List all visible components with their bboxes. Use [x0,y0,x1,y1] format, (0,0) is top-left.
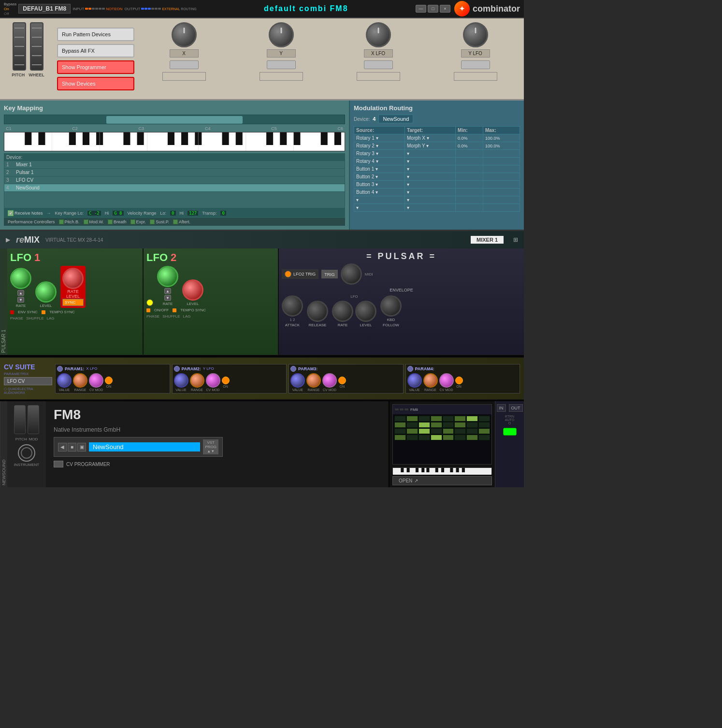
mod-source-7[interactable]: Button 3 ▾ [354,181,405,189]
lfo1-level-knob-ctrl[interactable] [35,281,57,303]
pulsar-kbd-ctrl[interactable] [380,295,402,317]
text-field-3[interactable] [357,72,400,81]
text-field-2[interactable] [260,72,303,81]
cv-p4-range-ctrl[interactable] [423,373,438,388]
mod-wheel[interactable] [30,22,43,71]
collapse-arrow-icon[interactable]: ▶ [6,236,10,243]
text-field-1[interactable] [162,72,206,81]
receive-notes-check[interactable]: ✓ [8,210,14,216]
cv-p2-on-ctrl[interactable] [222,377,230,384]
fm8-nav-save-btn[interactable]: ▣ [77,443,86,451]
cv-p3-value-ctrl[interactable] [290,373,305,388]
mod-target-8[interactable]: ▾ [405,189,456,196]
mod-source-6[interactable]: Button 2 ▾ [354,173,405,181]
lfo1-rate-red-knob[interactable] [62,268,84,289]
mod-target-9[interactable]: ▾ [405,196,456,204]
mod-target-1[interactable]: Morph X ▾ [405,134,456,142]
trig-btn[interactable]: TRIG [321,270,338,278]
mixer-expand-icon[interactable]: ⊞ [513,236,518,243]
off-label[interactable]: Off [4,12,16,16]
device-list-item-3[interactable]: 3 LFO CV [4,176,345,184]
lfo1-up-btn[interactable]: ▲ [17,290,24,296]
mod-target-10[interactable]: ▾ [405,204,456,212]
cv-p3-on-ctrl[interactable] [338,377,346,384]
fm8-vst-badge[interactable]: VST PROG ▲▼ [203,439,218,454]
fm8-pitch-wheel[interactable] [14,405,26,434]
piano-keys[interactable] [4,132,345,151]
small-btn-2[interactable] [267,60,296,69]
cv-p3-cvmod-ctrl[interactable] [322,373,337,388]
perf-mod-cb[interactable]: Mod.W. [84,219,104,224]
mod-source-1[interactable]: Rotary 1 ▾ [354,134,405,142]
bypass-fx-button[interactable]: Bypass All FX [57,44,134,58]
knob-ylfo-control[interactable] [463,22,488,47]
cv-p2-cvmod-ctrl[interactable] [206,373,220,388]
cv-p4-value-ctrl[interactable] [407,373,422,388]
lfo2-level-knob-ctrl[interactable] [182,279,203,301]
small-btn-1[interactable] [170,60,199,69]
on-label[interactable]: On [4,7,16,11]
perf-aftert-check[interactable] [173,219,178,224]
pulsar-release-ctrl[interactable] [307,301,328,322]
mod-target-5[interactable]: ▾ [405,165,456,173]
knob-x-control[interactable] [172,22,197,47]
lfo2-down-btn[interactable]: ▼ [164,295,171,301]
run-pattern-button[interactable]: Run Pattern Devices [57,28,134,41]
cv-p3-range-ctrl[interactable] [306,373,321,388]
device-list-item-1[interactable]: 1 Mixer 1 [4,161,345,169]
lfo-rate-ctrl[interactable] [332,301,353,322]
receive-notes-checkbox[interactable]: ✓ Receive Notes [8,210,43,216]
device-list-item-2[interactable]: 2 Pulsar 1 [4,169,345,176]
cv-p1-value-ctrl[interactable] [57,373,72,388]
mod-target-7[interactable]: ▾ [405,181,456,189]
text-field-4[interactable] [454,72,497,81]
mod-source-3[interactable]: Rotary 3 ▾ [354,150,405,158]
cv-p4-cvmod-ctrl[interactable] [439,373,454,388]
fm8-nav-prev-btn[interactable]: ◀ [58,443,67,451]
show-devices-button[interactable]: Show Devices [57,77,134,90]
pitch-wheel[interactable] [13,22,26,71]
perf-expr-cb[interactable]: Expr. [130,219,146,224]
mod-source-5[interactable]: Button 1 ▾ [354,165,405,173]
close-button[interactable]: × [440,5,450,13]
mod-target-6[interactable]: ▾ [405,173,456,181]
perf-breath-check[interactable] [108,219,113,224]
fm8-nav-play-btn[interactable]: ■ [68,443,76,451]
fm8-in-btn[interactable]: IN [497,404,506,412]
cv-p4-on-ctrl[interactable] [455,377,463,384]
pulsar-attack-ctrl[interactable] [282,295,303,317]
keyboard-scroll[interactable] [4,115,345,124]
mod-target-2[interactable]: Morph Y ▾ [405,142,456,150]
minimize-button[interactable]: — [416,5,426,13]
fm8-power-button[interactable] [503,428,517,436]
perf-aftert-cb[interactable]: Aftert. [173,219,190,224]
maximize-button[interactable]: □ [428,5,438,13]
perf-expr-check[interactable] [130,219,135,224]
lfo1-sync-btn[interactable]: SYNC [62,299,84,306]
mod-source-8[interactable]: Button 4 ▾ [354,189,405,196]
fm8-out-btn[interactable]: OUT [509,404,523,412]
cv-p2-value-ctrl[interactable] [174,373,188,388]
mod-target-4[interactable]: ▾ [405,158,456,165]
fm8-open-button[interactable]: OPEN ↗ [392,476,492,485]
mod-target-3[interactable]: ▾ [405,150,456,158]
cv-p1-on-ctrl[interactable] [105,377,113,384]
lfo2-rate-knob-ctrl[interactable] [157,266,178,287]
fm8-cv-icon[interactable] [54,461,63,467]
perf-sust-check[interactable] [150,219,155,224]
knob-xlfo-control[interactable] [366,22,391,47]
lfo1-down-btn[interactable]: ▼ [17,297,24,303]
device-list-item-4[interactable]: 4 NewSound [4,184,345,192]
cv-p1-range-ctrl[interactable] [73,373,87,388]
mod-source-9[interactable]: ▾ [354,196,405,204]
cv-p2-range-ctrl[interactable] [190,373,204,388]
perf-breath-cb[interactable]: Breath [108,219,127,224]
perf-sust-cb[interactable]: Sust.P. [150,219,169,224]
perf-pitch-cb[interactable]: Pitch.B. [59,219,80,224]
mod-source-2[interactable]: Rotary 2 ▾ [354,142,405,150]
small-btn-4[interactable] [461,60,490,69]
pulsar-knob-1[interactable] [341,263,362,285]
fm8-mod-wheel[interactable] [28,405,39,434]
lfo2-up-btn[interactable]: ▲ [164,288,171,294]
mod-source-10[interactable]: ▾ [354,204,405,212]
